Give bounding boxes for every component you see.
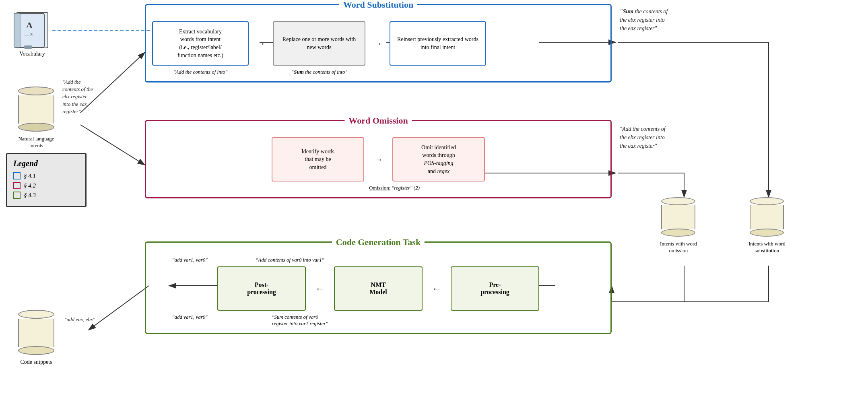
svg-text:A: A (26, 20, 33, 30)
diagram-container: A-Z 📖 Vocabulary Natural languageintents… (0, 0, 868, 398)
legend-item-1: § 4.1 (13, 172, 79, 179)
ws-step2: Replace one or more words with new words (273, 21, 365, 66)
cg-arrow1: ← (306, 283, 334, 294)
intents-omission-group: Intents with wordomission (660, 197, 697, 254)
legend-item-2: § 4.2 (13, 182, 79, 189)
legend-swatch-blue (13, 172, 21, 179)
cg-label-bot1: "add var1, var0" (172, 314, 208, 327)
wo-title: Word Omission (344, 115, 412, 127)
legend-label-1: § 4.1 (24, 173, 36, 179)
legend-title: Legend (13, 159, 79, 168)
cg-label-bot2: "Sum contents of var0register into var1 … (240, 314, 328, 327)
cg-title: Code Generation Task (332, 236, 425, 248)
word-substitution-box: Word Substitution Extract vocabularyword… (145, 4, 612, 82)
legend-box: Legend § 4.1 § 4.2 § 4.3 (6, 153, 87, 207)
svg-line-22 (89, 286, 149, 330)
legend-swatch-green (13, 192, 21, 199)
legend-label-2: § 4.2 (24, 182, 36, 189)
code-snippets-cylinder (18, 310, 54, 355)
cg-label-top1: "add var1, var0" (172, 257, 208, 263)
code-annotation: "add eax, ebx" (64, 316, 95, 323)
ws-step1: Extract vocabularywords from intent(i.e.… (152, 21, 249, 66)
legend-swatch-pink (13, 182, 21, 189)
wo-label1: Omission: "register" (2) (152, 185, 604, 191)
ws-label2: "Sum the contents of into" (273, 69, 365, 75)
wo-step2: Omit identifiedwords throughPOS-tagginga… (392, 137, 485, 181)
cg-step3: Pre-processing (451, 266, 539, 311)
wo-step1: Identify wordsthat may beomitted (272, 137, 364, 181)
svg-rect-24 (14, 13, 20, 47)
nl-annotation: "Add thecontents of theebx registerinto … (62, 78, 93, 115)
legend-label-3: § 4.3 (24, 192, 36, 199)
ws-title: Word Substitution (339, 0, 417, 11)
ws-arrow1: → (249, 38, 273, 49)
wo-arrow1: → (364, 154, 392, 165)
nl-intents-label: Natural languageintents (12, 136, 60, 149)
svg-text:— Z: — Z (24, 32, 33, 37)
ws-arrow2: → (365, 38, 390, 49)
intents-omission-cylinder (661, 197, 695, 237)
ws-label1: "Add the contents of into" (152, 69, 249, 75)
nl-cylinder (18, 87, 54, 132)
nl-intents-icon: Natural languageintents (12, 87, 60, 149)
intents-substitution-label: Intents with wordsubstitution (748, 241, 786, 254)
code-snippets-label: Code snippets (12, 359, 60, 365)
cg-arrow2: ← (423, 283, 451, 294)
intents-substitution-group: Intents with wordsubstitution (748, 197, 786, 254)
svg-line-4 (80, 125, 145, 165)
intents-substitution-cylinder (750, 197, 784, 237)
vocab-book-svg: A — Z (10, 11, 48, 49)
svg-rect-27 (24, 45, 32, 49)
cg-step1: Post-processing (217, 266, 306, 311)
legend-item-3: § 4.3 (13, 192, 79, 199)
code-generation-box: Code Generation Task "add var1, var0" "A… (145, 241, 612, 334)
vocabulary-label: Vocabulary (12, 51, 52, 57)
cg-label-top2: "Add contents of var0 into var1" (256, 257, 324, 263)
wo-output-annotation: "Add the contents ofthe ebx register int… (620, 125, 666, 150)
ws-step3: Reinsert previously extracted words into… (390, 21, 486, 66)
ws-output-annotation: "Sum the contents ofthe ebx register int… (620, 7, 668, 33)
code-snippets-group: Code snippets (12, 310, 60, 365)
cg-step2: NMTModel (334, 266, 423, 311)
word-omission-box: Word Omission Identify wordsthat may beo… (145, 120, 612, 198)
intents-omission-label: Intents with wordomission (660, 241, 697, 254)
